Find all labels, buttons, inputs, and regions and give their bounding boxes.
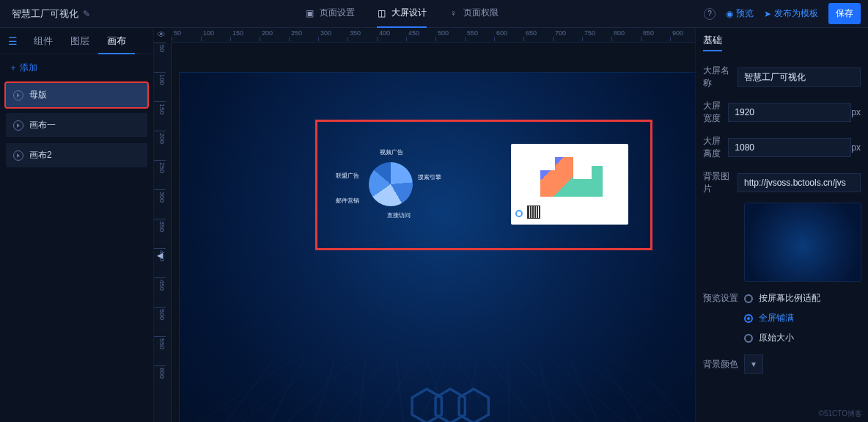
publish-link[interactable]: ➤ 发布为模板 bbox=[764, 7, 818, 20]
canvas-prev-arrow-icon[interactable]: ◂ bbox=[157, 248, 167, 262]
properties-panel: 基础 大屏名称 大屏宽度 px 大屏高度 px 背景图片 预览设置 按屏幕比例适… bbox=[695, 28, 868, 422]
radio-fit[interactable]: 按屏幕比例适配 bbox=[744, 292, 820, 305]
ltab-components[interactable]: 组件 bbox=[25, 28, 62, 54]
label-bg-image: 背景图片 bbox=[703, 170, 738, 195]
canvas-item-master[interactable]: 母版 bbox=[6, 83, 147, 107]
play-icon bbox=[13, 120, 23, 131]
pie-label: 直接访问 bbox=[387, 211, 411, 219]
ruler-horizontal: 5010015020025030035040045050055060065070… bbox=[172, 28, 695, 43]
row-bg-color: 背景颜色 ▾ bbox=[703, 354, 861, 374]
stage-hex-decor: ⬡⬡⬡ bbox=[408, 379, 478, 422]
canvas-item-1[interactable]: 画布一 bbox=[6, 113, 147, 137]
pie-chart-widget[interactable]: 视频广告 搜索引擎 直接访问 邮件营销 联盟广告 bbox=[336, 144, 460, 232]
menu-icon[interactable]: ☰ bbox=[0, 35, 25, 47]
tab-screen-design[interactable]: ◫ 大屏设计 bbox=[377, 0, 427, 28]
preview-label: 预览 bbox=[736, 7, 754, 20]
save-button[interactable]: 保存 bbox=[828, 3, 861, 24]
top-tabs: ▣ 页面设置 ◫ 大屏设计 ♀ 页面权限 bbox=[305, 0, 499, 28]
pie-label: 搜索引擎 bbox=[418, 173, 441, 181]
row-preview-settings: 预览设置 按屏幕比例适配 全屏铺满 原始大小 bbox=[703, 292, 861, 344]
row-screen-width: 大屏宽度 px bbox=[703, 100, 861, 125]
input-screen-height[interactable] bbox=[728, 138, 851, 157]
pie-label: 联盟广告 bbox=[336, 172, 359, 180]
tab-page-settings[interactable]: ▣ 页面设置 bbox=[305, 0, 355, 28]
top-right-actions: ? ◉ 预览 ➤ 发布为模板 保存 bbox=[704, 3, 868, 24]
pie-label: 视频广告 bbox=[380, 148, 403, 156]
help-icon[interactable]: ? bbox=[704, 8, 716, 20]
eye-icon: ◉ bbox=[726, 9, 733, 19]
ruler-vertical: 50100150200250300350400450500550600 bbox=[154, 43, 172, 422]
selection-outline[interactable]: 视频广告 搜索引擎 直接访问 邮件营销 联盟广告 bbox=[315, 120, 652, 250]
screen-stage[interactable]: 视频广告 搜索引擎 直接访问 邮件营销 联盟广告 ⬡⬡⬡ bbox=[179, 72, 695, 422]
radio-full[interactable]: 全屏铺满 bbox=[744, 312, 820, 324]
canvas-item-label: 画布一 bbox=[29, 119, 56, 131]
label-screen-name: 大屏名称 bbox=[703, 65, 738, 90]
canvas-area: 👁 50100150200250300350400450500550600650… bbox=[154, 28, 695, 422]
radio-dot-icon bbox=[744, 334, 753, 343]
add-canvas-button[interactable]: ＋ 添加 bbox=[0, 54, 153, 80]
ltab-layers[interactable]: 图层 bbox=[62, 28, 98, 54]
bg-image-preview[interactable] bbox=[744, 203, 861, 282]
image-card-widget[interactable] bbox=[511, 144, 628, 225]
project-title-text: 智慧工厂可视化 bbox=[12, 7, 78, 21]
page-auth-icon: ♀ bbox=[449, 8, 459, 18]
play-icon bbox=[13, 150, 23, 161]
input-screen-name[interactable] bbox=[738, 68, 861, 87]
main-area: ☰ 组件 图层 画布 ＋ 添加 母版 画布一 画布2 👁 50100150200… bbox=[0, 28, 868, 422]
unit-height: px bbox=[851, 142, 861, 153]
tab-screen-design-label: 大屏设计 bbox=[391, 7, 427, 19]
plus-icon: ＋ bbox=[9, 62, 18, 73]
page-settings-icon: ▣ bbox=[305, 8, 315, 18]
publish-label: 发布为模板 bbox=[774, 7, 818, 20]
tab-page-settings-label: 页面设置 bbox=[320, 7, 355, 19]
radio-dot-icon bbox=[744, 314, 753, 323]
canvas-item-label: 母版 bbox=[29, 89, 47, 101]
edit-title-icon[interactable]: ✎ bbox=[83, 9, 90, 19]
pie-label: 邮件营销 bbox=[336, 197, 359, 205]
preview-radio-group: 按屏幕比例适配 全屏铺满 原始大小 bbox=[744, 292, 820, 344]
label-preview-settings: 预览设置 bbox=[703, 292, 744, 305]
add-canvas-label: 添加 bbox=[20, 62, 37, 73]
watermark: ©51CTO博客 bbox=[819, 409, 862, 419]
row-screen-height: 大屏高度 px bbox=[703, 135, 861, 160]
radio-full-label: 全屏铺满 bbox=[759, 312, 794, 324]
send-icon: ➤ bbox=[764, 9, 771, 19]
preview-link[interactable]: ◉ 预览 bbox=[726, 7, 754, 20]
label-screen-width: 大屏宽度 bbox=[703, 100, 728, 125]
illustration-icon bbox=[533, 153, 606, 197]
play-icon bbox=[13, 90, 23, 101]
tab-page-auth-label: 页面权限 bbox=[463, 7, 499, 19]
radio-original[interactable]: 原始大小 bbox=[744, 332, 820, 344]
screen-design-icon: ◫ bbox=[377, 8, 387, 18]
canvas-item-2[interactable]: 画布2 bbox=[6, 143, 147, 167]
input-bg-image[interactable] bbox=[738, 173, 861, 192]
tab-page-auth[interactable]: ♀ 页面权限 bbox=[449, 0, 499, 28]
row-screen-name: 大屏名称 bbox=[703, 65, 861, 90]
left-panel: ☰ 组件 图层 画布 ＋ 添加 母版 画布一 画布2 bbox=[0, 28, 154, 422]
logo-dot-icon bbox=[515, 210, 523, 217]
left-tabs: ☰ 组件 图层 画布 bbox=[0, 28, 153, 54]
label-screen-height: 大屏高度 bbox=[703, 135, 728, 160]
row-bg-image: 背景图片 bbox=[703, 170, 861, 195]
bg-color-picker[interactable]: ▾ bbox=[744, 354, 763, 374]
radio-dot-icon bbox=[744, 294, 753, 303]
stage-viewport[interactable]: 视频广告 搜索引擎 直接访问 邮件营销 联盟广告 ⬡⬡⬡ bbox=[172, 43, 695, 422]
label-bg-color: 背景颜色 bbox=[703, 358, 744, 371]
radio-fit-label: 按屏幕比例适配 bbox=[759, 292, 820, 305]
ltab-canvas[interactable]: 画布 bbox=[98, 28, 135, 54]
input-screen-width[interactable] bbox=[728, 103, 851, 122]
ruler-visibility-icon[interactable]: 👁 bbox=[157, 29, 166, 40]
radio-original-label: 原始大小 bbox=[759, 332, 794, 344]
unit-width: px bbox=[851, 107, 861, 117]
panel-tab-basic[interactable]: 基础 bbox=[703, 34, 722, 51]
qr-code-icon bbox=[527, 205, 540, 219]
top-bar: 智慧工厂可视化 ✎ ▣ 页面设置 ◫ 大屏设计 ♀ 页面权限 ? ◉ 预览 ➤ … bbox=[0, 0, 868, 28]
canvas-item-label: 画布2 bbox=[29, 149, 52, 161]
pie-chart bbox=[369, 162, 413, 206]
project-title[interactable]: 智慧工厂可视化 ✎ bbox=[0, 7, 99, 21]
